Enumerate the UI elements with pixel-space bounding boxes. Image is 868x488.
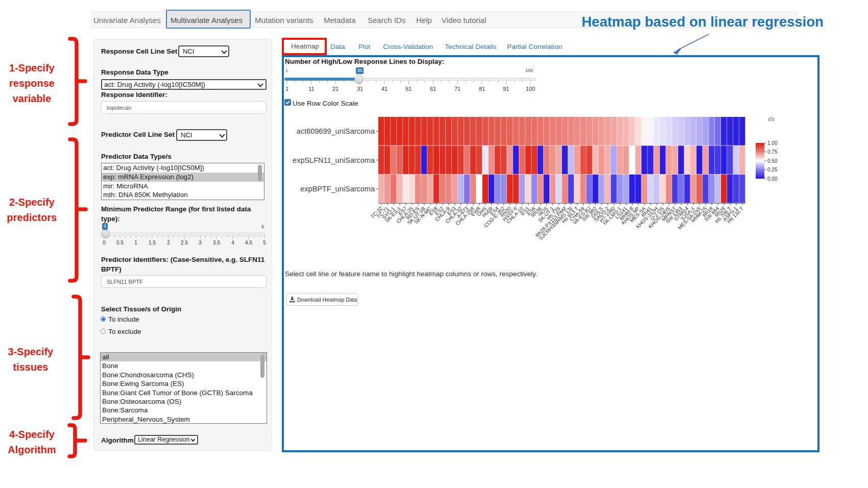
svg-text:0.50: 0.50 xyxy=(767,158,778,164)
svg-text:1.00: 1.00 xyxy=(767,140,778,146)
svg-text:0.25: 0.25 xyxy=(767,167,778,173)
svg-text:expBPTF_uniSarcoma: expBPTF_uniSarcoma xyxy=(300,185,375,193)
svg-text:0.00: 0.00 xyxy=(767,176,778,182)
svg-text:act609699_uniSarcoma: act609699_uniSarcoma xyxy=(297,127,375,135)
svg-text:expSLFN11_uniSarcoma: expSLFN11_uniSarcoma xyxy=(293,156,375,164)
svg-text:0.75: 0.75 xyxy=(767,149,778,155)
